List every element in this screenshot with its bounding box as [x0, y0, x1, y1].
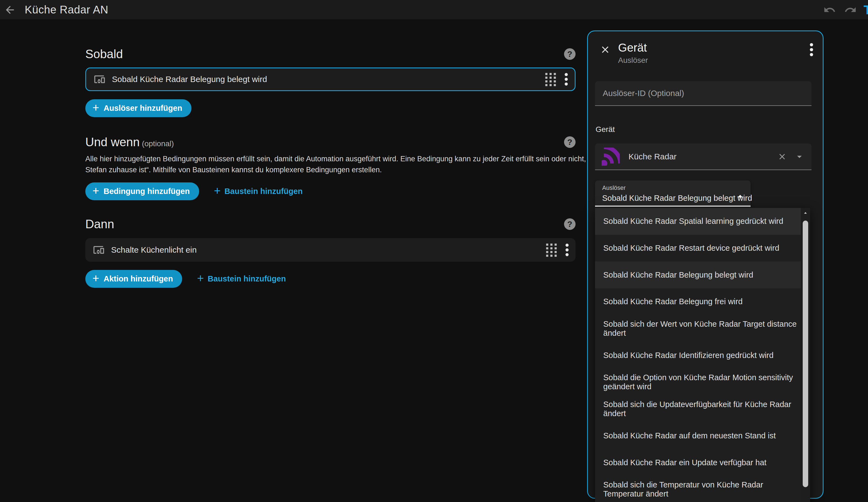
dropdown-scrollbar[interactable]: [801, 208, 810, 502]
row-overflow-menu-icon[interactable]: [564, 72, 568, 86]
automation-title: Küche Radar AN: [25, 3, 108, 16]
panel-subtitle: Auslöser: [618, 56, 809, 65]
trigger-option-item[interactable]: Sobald die Option von Küche Radar Motion…: [595, 369, 801, 396]
row-overflow-menu-icon[interactable]: [565, 243, 569, 257]
panel-title: Gerät: [618, 41, 809, 54]
back-arrow-icon[interactable]: [0, 0, 20, 20]
scroll-up-icon[interactable]: [802, 210, 809, 216]
trigger-help-icon[interactable]: ?: [564, 48, 576, 60]
action-help-icon[interactable]: ?: [564, 218, 576, 230]
plus-icon: +: [197, 273, 204, 284]
trigger-row[interactable]: Sobald Küche Radar Belegung belegt wird: [85, 67, 576, 91]
trigger-options-dropdown: Sobald Küche Radar Spatial learning gedr…: [595, 208, 810, 502]
device-field-label: Gerät: [596, 125, 615, 134]
plus-icon: +: [92, 273, 99, 284]
clear-device-icon[interactable]: [777, 152, 787, 161]
action-row[interactable]: Schalte Küchenlicht ein: [85, 238, 576, 262]
condition-section-title: Und wenn(optional): [85, 135, 174, 149]
action-row-label: Schalte Küchenlicht ein: [111, 245, 545, 254]
trigger-row-label: Sobald Küche Radar Belegung belegt wird: [112, 75, 545, 84]
redo-icon[interactable]: [840, 0, 861, 20]
trigger-field-value: Sobald Küche Radar Belegung belegt wird: [602, 194, 745, 203]
trigger-option-item[interactable]: Sobald Küche Radar Spatial learning gedr…: [595, 208, 801, 235]
collapse-caret-icon[interactable]: [734, 190, 746, 202]
add-building-block-button[interactable]: + Baustein hinzufügen: [214, 186, 303, 197]
panel-overflow-menu-icon[interactable]: [809, 42, 814, 57]
close-icon[interactable]: [599, 43, 611, 56]
trigger-id-placeholder: Auslöser-ID (Optional): [603, 88, 684, 98]
drag-handle-icon[interactable]: [545, 243, 557, 257]
dropdown-caret-icon[interactable]: [794, 151, 805, 162]
plus-icon: +: [214, 185, 221, 197]
scrollbar-thumb[interactable]: [803, 221, 808, 487]
trigger-option-item[interactable]: Sobald Küche Radar Identifizieren gedrüc…: [595, 342, 801, 369]
device-icon: [94, 74, 105, 85]
automation-editor: Sobald ? Sobald Küche Radar Belegung bel…: [85, 20, 672, 288]
condition-description: Alle hier hinzugefügten Bedingungen müss…: [85, 153, 672, 175]
clipped-save-button[interactable]: T: [864, 3, 868, 16]
trigger-config-panel: Gerät Auslöser Auslöser-ID (Optional) Ge…: [587, 30, 824, 499]
device-icon: [93, 244, 104, 256]
action-section-title: Dann: [85, 217, 114, 231]
plus-icon: +: [92, 185, 99, 197]
trigger-option-item[interactable]: Sobald Küche Radar Restart device gedrüc…: [595, 235, 801, 262]
app-toolbar: Küche Radar AN T: [0, 0, 868, 20]
device-picker[interactable]: Küche Radar: [595, 144, 812, 170]
plus-icon: +: [92, 102, 99, 114]
trigger-option-item[interactable]: Sobald Küche Radar ein Update verfügbar …: [595, 449, 801, 476]
radar-device-icon: [602, 148, 620, 166]
trigger-option-item[interactable]: Sobald Küche Radar auf dem neuesten Stan…: [595, 422, 801, 449]
trigger-option-item[interactable]: Sobald sich der Wert von Küche Radar Tar…: [595, 315, 801, 342]
trigger-section-title: Sobald: [85, 47, 123, 61]
add-action-button[interactable]: + Aktion hinzufügen: [85, 270, 182, 288]
trigger-option-item[interactable]: Sobald sich die Temperatur von Küche Rad…: [595, 476, 801, 502]
optional-label: (optional): [142, 139, 174, 148]
trigger-option-item[interactable]: Sobald Küche Radar Belegung frei wird: [595, 288, 801, 315]
condition-help-icon[interactable]: ?: [564, 136, 576, 148]
drag-handle-icon[interactable]: [545, 72, 557, 86]
add-trigger-button[interactable]: + Auslöser hinzufügen: [85, 99, 192, 117]
trigger-type-combobox[interactable]: Auslöser Sobald Küche Radar Belegung bel…: [595, 180, 751, 207]
trigger-option-item[interactable]: Sobald sich die Updateverfügbarkeit für …: [595, 396, 801, 422]
trigger-options-list: Sobald Küche Radar Spatial learning gedr…: [595, 208, 801, 502]
add-building-block-button[interactable]: + Baustein hinzufügen: [197, 274, 286, 284]
trigger-id-input[interactable]: Auslöser-ID (Optional): [595, 81, 812, 106]
trigger-option-item[interactable]: Sobald Küche Radar Belegung belegt wird: [595, 261, 801, 288]
device-picker-value: Küche Radar: [629, 152, 777, 161]
add-condition-button[interactable]: + Bedingung hinzufügen: [85, 182, 199, 200]
trigger-field-label: Auslöser: [602, 184, 745, 191]
undo-icon[interactable]: [819, 0, 840, 20]
